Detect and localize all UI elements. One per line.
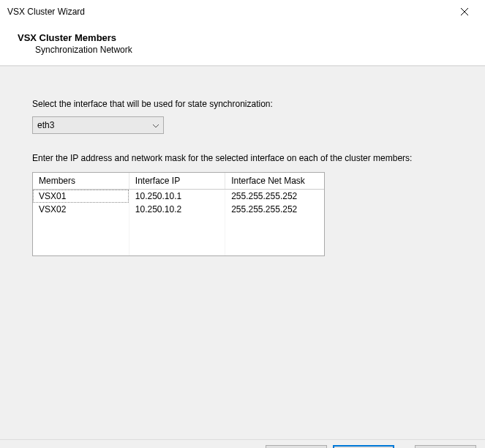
chevron-down-icon	[153, 120, 159, 130]
table-row[interactable]: VSX01 10.250.10.1 255.255.255.252	[33, 190, 324, 204]
col-interface-mask[interactable]: Interface Net Mask	[225, 173, 324, 190]
select-instruction: Select the interface that will be used f…	[32, 99, 459, 109]
titlebar: VSX Cluster Wizard	[0, 0, 485, 23]
window-title: VSX Cluster Wizard	[7, 7, 85, 17]
wizard-step-subtitle: Synchronization Network	[35, 45, 475, 55]
wizard-button-bar: < Atrás Siguiente > Cancelar	[0, 439, 485, 448]
cell-ip[interactable]: 10.250.10.1	[129, 190, 225, 204]
table-instruction: Enter the IP address and network mask fo…	[32, 153, 459, 163]
close-icon	[461, 8, 468, 15]
cancel-button[interactable]: Cancelar	[415, 445, 476, 448]
table-row[interactable]: VSX02 10.250.10.2 255.255.255.252	[33, 203, 324, 216]
table-header-row: Members Interface IP Interface Net Mask	[33, 173, 324, 190]
close-button[interactable]	[450, 1, 479, 22]
wizard-header: VSX Cluster Members Synchronization Netw…	[0, 23, 485, 66]
interface-select-value: eth3	[37, 120, 54, 130]
back-button[interactable]: < Atrás	[266, 445, 327, 448]
col-interface-ip[interactable]: Interface IP	[129, 173, 225, 190]
col-members[interactable]: Members	[33, 173, 129, 190]
cell-mask[interactable]: 255.255.255.252	[225, 203, 324, 216]
wizard-step-title: VSX Cluster Members	[18, 32, 475, 43]
cell-mask[interactable]: 255.255.255.252	[225, 190, 324, 204]
table-row-empty	[33, 242, 324, 255]
interface-select[interactable]: eth3	[32, 116, 164, 134]
next-button[interactable]: Siguiente >	[333, 445, 394, 448]
cell-member[interactable]: VSX02	[33, 203, 129, 216]
table-row-empty	[33, 229, 324, 242]
cell-member[interactable]: VSX01	[33, 190, 129, 204]
table-row-empty	[33, 216, 324, 229]
members-grid: Members Interface IP Interface Net Mask …	[32, 172, 325, 256]
wizard-body: Select the interface that will be used f…	[0, 66, 485, 439]
cell-ip[interactable]: 10.250.10.2	[129, 203, 225, 216]
